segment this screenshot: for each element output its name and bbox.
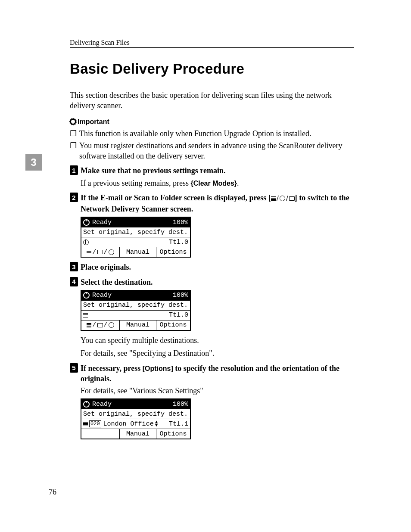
lcd-message-row: Set original, specify dest. bbox=[81, 227, 190, 237]
page-number: 76 bbox=[49, 488, 56, 497]
folder-icon bbox=[289, 196, 295, 201]
bullet-icon: ❐ bbox=[70, 140, 79, 162]
step-sub-text: If a previous setting remains, press bbox=[81, 179, 190, 187]
softkey-blank bbox=[81, 429, 119, 439]
step-text: If necessary, press [Options] to specify… bbox=[81, 363, 354, 384]
lcd-dest-row: Ttl.0 bbox=[81, 310, 190, 320]
step-1-sub: If a previous setting remains, press {Cl… bbox=[81, 178, 354, 188]
list-item: ❐ This function is available only when F… bbox=[70, 128, 354, 139]
globe-icon bbox=[83, 240, 89, 245]
scroll-arrows-icon: ▲▼ bbox=[155, 421, 158, 427]
gear-icon bbox=[70, 118, 76, 125]
clear-modes-key-label: {Clear Modes} bbox=[190, 180, 237, 187]
lcd-ready-label: Ready bbox=[92, 292, 112, 299]
running-header: Delivering Scan Files bbox=[70, 39, 354, 48]
list-item-text: This function is available only when Fun… bbox=[79, 128, 311, 139]
step-number-icon: 4 bbox=[70, 277, 78, 286]
step-sub-text: . bbox=[237, 179, 239, 187]
lcd-status-row: Ready 100% bbox=[81, 399, 190, 409]
globe-icon bbox=[109, 249, 114, 255]
list-icon bbox=[87, 323, 91, 327]
lcd-percent: 100% bbox=[173, 401, 188, 408]
step-text: Place originals. bbox=[81, 262, 131, 272]
manual-button[interactable]: Manual bbox=[120, 247, 156, 257]
chapter-tab: 3 bbox=[25, 154, 42, 171]
folder-icon bbox=[97, 250, 103, 254]
lcd-dest-row: 020 London Office ▲▼ Ttl.1 bbox=[81, 419, 190, 429]
lcd-percent: 100% bbox=[173, 219, 188, 226]
manual-button[interactable]: Manual bbox=[120, 320, 156, 330]
lcd-display: Ready 100% Set original, specify dest. T… bbox=[81, 290, 191, 331]
lcd-message-row: Set original, specify dest. bbox=[81, 409, 190, 419]
step-number-icon: 2 bbox=[70, 193, 78, 202]
dest-name: London Office bbox=[103, 420, 154, 428]
options-button[interactable]: Options bbox=[156, 320, 190, 330]
manual-button[interactable]: Manual bbox=[119, 429, 156, 439]
step-2: 2 If the E-mail or Scan to Folder screen… bbox=[70, 193, 354, 214]
intro-paragraph: This section describes the basic operati… bbox=[70, 90, 354, 111]
lcd-display: Ready 100% Set original, specify dest. 0… bbox=[81, 398, 191, 439]
lcd-total: Ttl.0 bbox=[169, 239, 188, 246]
lcd-softkey-row: // Manual Options bbox=[81, 320, 190, 330]
list-item-text: You must register destinations and sende… bbox=[79, 140, 354, 162]
list-icon bbox=[271, 196, 276, 201]
step-text-pre: If the E-mail or Scan to Folder screen i… bbox=[81, 193, 271, 202]
mode-switch-button[interactable]: // bbox=[81, 320, 120, 330]
step-number-icon: 3 bbox=[70, 262, 78, 271]
step-3: 3 Place originals. bbox=[70, 262, 354, 272]
options-button[interactable]: Options bbox=[156, 429, 190, 439]
folder-icon bbox=[97, 323, 103, 327]
options-button[interactable]: Options bbox=[156, 247, 190, 257]
globe-icon bbox=[280, 196, 285, 201]
lcd-status-row: Ready 100% bbox=[81, 291, 190, 300]
page-title: Basic Delivery Procedure bbox=[70, 61, 354, 77]
important-list: ❐ This function is available only when F… bbox=[70, 128, 354, 162]
step-4-sub1: You can specify multiple destinations. bbox=[81, 335, 354, 345]
page-content: Delivering Scan Files Basic Delivery Pro… bbox=[70, 39, 354, 444]
globe-icon bbox=[109, 322, 114, 328]
step-4-sub2: For details, see "Specifying a Destinati… bbox=[81, 348, 354, 358]
lcd-softkey-row: // Manual Options bbox=[81, 247, 190, 257]
important-heading: Important bbox=[70, 118, 354, 126]
step-text: If the E-mail or Scan to Folder screen i… bbox=[81, 193, 354, 214]
lcd-softkey-row: Manual Options bbox=[81, 429, 190, 439]
lcd-ready-label: Ready bbox=[92, 219, 112, 226]
list-item: ❐ You must register destinations and sen… bbox=[70, 140, 354, 162]
step-text-pre: If necessary, press bbox=[81, 364, 143, 373]
mode-switch-icons: // bbox=[271, 193, 295, 204]
lcd-message-row: Set original, specify dest. bbox=[81, 300, 190, 310]
step-number-icon: 5 bbox=[70, 363, 78, 373]
lcd-status-row: Ready 100% bbox=[81, 218, 190, 227]
step-5: 5 If necessary, press [Options] to speci… bbox=[70, 363, 354, 384]
list-icon bbox=[83, 422, 88, 426]
step-1: 1 Make sure that no previous settings re… bbox=[70, 165, 354, 176]
step-text: Select the destination. bbox=[81, 277, 153, 287]
important-label-text: Important bbox=[78, 118, 109, 126]
bullet-icon: ❐ bbox=[70, 128, 79, 139]
lcd-display: Ready 100% Set original, specify dest. T… bbox=[81, 217, 191, 258]
list-icon bbox=[87, 250, 91, 254]
lcd-percent: 100% bbox=[173, 292, 188, 299]
step-number-icon: 1 bbox=[70, 165, 78, 175]
options-key-label: [Options] bbox=[143, 365, 173, 372]
lcd-total: Ttl.1 bbox=[169, 420, 188, 428]
power-icon bbox=[83, 292, 90, 299]
lcd-total: Ttl.0 bbox=[169, 311, 188, 319]
step-text: Make sure that no previous settings rema… bbox=[81, 165, 226, 176]
dest-code: 020 bbox=[89, 420, 101, 427]
step-5-sub: For details, see "Various Scan Settings" bbox=[81, 386, 354, 396]
mode-switch-button[interactable]: // bbox=[81, 247, 120, 257]
list-icon bbox=[83, 313, 88, 317]
power-icon bbox=[83, 219, 90, 226]
power-icon bbox=[83, 401, 90, 408]
lcd-ready-label: Ready bbox=[92, 401, 112, 408]
step-4: 4 Select the destination. bbox=[70, 277, 354, 287]
lcd-dest-row: Ttl.0 bbox=[81, 237, 190, 247]
